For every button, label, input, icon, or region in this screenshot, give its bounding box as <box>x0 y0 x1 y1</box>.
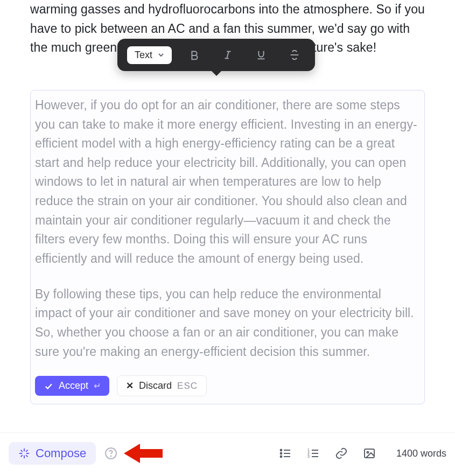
underline-button[interactable] <box>250 44 272 66</box>
bottom-toolbar: Compose 1 2 3 1400 words <box>0 432 455 466</box>
discard-label: Discard <box>139 380 172 391</box>
svg-point-18 <box>281 453 282 454</box>
svg-rect-28 <box>365 449 374 458</box>
ai-suggestion-box: However, if you do opt for an air condit… <box>30 90 425 404</box>
italic-icon <box>222 49 234 61</box>
svg-marker-15 <box>124 444 163 463</box>
bottom-tools-group: 1 2 3 1400 words <box>279 447 446 460</box>
svg-point-16 <box>281 450 282 451</box>
close-icon: ✕ <box>126 380 134 391</box>
bullet-list-icon[interactable] <box>279 447 292 460</box>
compose-label: Compose <box>36 446 86 460</box>
svg-point-14 <box>111 456 111 456</box>
italic-button[interactable] <box>217 44 239 66</box>
image-icon[interactable] <box>363 447 376 460</box>
floating-format-toolbar: Text <box>117 39 315 71</box>
suggestion-actions: Accept ↵ ✕ Discard ESC <box>35 375 420 396</box>
accept-label: Accept <box>59 380 88 391</box>
esc-key-hint: ESC <box>177 381 198 391</box>
suggestion-paragraph: By following these tips, you can help re… <box>35 285 420 362</box>
chevron-down-icon <box>158 52 164 58</box>
svg-line-10 <box>26 455 27 457</box>
return-key-icon: ↵ <box>94 381 101 391</box>
link-icon[interactable] <box>335 447 348 460</box>
help-icon[interactable] <box>104 447 117 460</box>
word-count: 1400 words <box>396 448 446 459</box>
compose-button[interactable]: Compose <box>9 442 96 465</box>
annotation-arrow <box>124 440 163 466</box>
svg-text:3: 3 <box>307 454 310 458</box>
svg-line-2 <box>227 52 229 59</box>
discard-button[interactable]: ✕ Discard ESC <box>117 375 207 396</box>
bold-icon <box>188 49 200 61</box>
numbered-list-icon[interactable]: 1 2 3 <box>307 447 320 460</box>
sparkle-icon <box>18 447 30 459</box>
svg-line-12 <box>21 455 23 457</box>
text-style-dropdown[interactable]: Text <box>127 46 172 64</box>
strikethrough-icon <box>289 49 300 61</box>
text-style-label: Text <box>135 50 152 61</box>
svg-line-9 <box>21 450 23 452</box>
svg-point-20 <box>281 456 282 458</box>
suggestion-paragraph: However, if you do opt for an air condit… <box>35 96 420 269</box>
check-icon <box>44 381 53 391</box>
bold-button[interactable] <box>184 44 205 66</box>
underline-icon <box>255 49 267 61</box>
accept-button[interactable]: Accept ↵ <box>35 376 109 396</box>
strikethrough-button[interactable] <box>284 44 305 66</box>
svg-point-29 <box>367 452 368 453</box>
svg-line-11 <box>26 450 27 452</box>
